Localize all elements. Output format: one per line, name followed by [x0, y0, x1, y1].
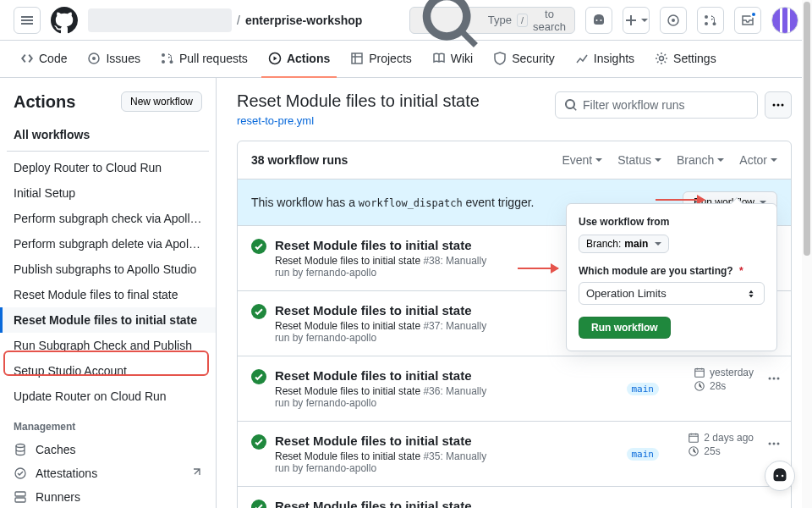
branch-selector-button[interactable]: Branch: main: [579, 235, 669, 253]
scrollbar-thumb[interactable]: [804, 2, 810, 256]
create-new-button[interactable]: [623, 7, 650, 34]
menu-icon: [20, 14, 34, 27]
success-check-icon: [251, 369, 266, 384]
copilot-fab-button[interactable]: [765, 461, 795, 491]
user-avatar-button[interactable]: [771, 7, 798, 34]
code-icon: [20, 52, 34, 65]
external-link-icon: [189, 467, 202, 480]
issues-global-button[interactable]: [660, 7, 687, 34]
divider: [7, 151, 209, 152]
plus-icon: [624, 14, 638, 27]
unread-indicator: [750, 11, 757, 18]
filter-runs-input[interactable]: Filter workflow runs: [555, 91, 758, 119]
workflow-input-label: Which module are you starting? *: [579, 265, 765, 277]
workflow-run-row[interactable]: Reset Module files to initial stateReset…: [238, 421, 791, 486]
runs-count: 38 workflow runs: [251, 153, 348, 167]
workflow-run-row[interactable]: Reset Module files to initial stateReset…: [238, 356, 791, 421]
issue-icon: [87, 52, 101, 65]
run-title[interactable]: Reset Module files to initial state: [275, 368, 618, 383]
sidebar-workflow-item[interactable]: Initial Setup: [0, 180, 216, 206]
kebab-icon: [771, 98, 785, 112]
workflow-dispatch-banner: This workflow has a workflow_dispatch ev…: [238, 179, 791, 225]
new-workflow-button[interactable]: New workflow: [121, 91, 202, 112]
workflow-file-link[interactable]: reset-to-pre.yml: [237, 114, 314, 127]
sidebar-workflow-item[interactable]: Perform subgraph check via Apollo …: [0, 206, 216, 231]
success-check-icon: [251, 500, 266, 508]
sidebar-attestations[interactable]: Attestations: [0, 461, 216, 485]
tab-code[interactable]: Code: [14, 41, 74, 78]
sidebar-caches[interactable]: Caches: [0, 438, 216, 461]
tab-actions[interactable]: Actions: [261, 41, 337, 78]
clock-icon: [688, 445, 700, 457]
annotation-arrow: [656, 199, 705, 201]
owner-redacted: [88, 8, 232, 32]
table-icon: [350, 52, 364, 65]
workflow-options-button[interactable]: [765, 91, 792, 119]
sidebar-workflow-item[interactable]: Reset Module files to final state: [0, 282, 216, 307]
sidebar-workflow-item[interactable]: Run Subgraph Check and Publish: [0, 333, 216, 358]
success-check-icon: [251, 434, 266, 450]
filter-branch[interactable]: Branch: [677, 153, 724, 167]
server-icon: [14, 490, 27, 504]
global-header: / enterprise-workshop Type / to search: [0, 0, 812, 41]
copilot-button[interactable]: [585, 7, 612, 34]
sidebar-workflow-item[interactable]: Update Router on Cloud Run: [0, 384, 216, 409]
notifications-button[interactable]: [734, 7, 761, 34]
branch-badge[interactable]: main: [627, 448, 660, 461]
tab-security[interactable]: Security: [486, 41, 562, 78]
sidebar-workflow-item[interactable]: Setup Studio Account: [0, 358, 216, 384]
pull-request-icon: [704, 14, 717, 27]
module-select[interactable]: Operation Limits: [579, 282, 765, 305]
success-check-icon: [251, 239, 266, 254]
tab-projects[interactable]: Projects: [343, 41, 419, 78]
pull-request-icon: [161, 52, 174, 65]
tab-issues[interactable]: Issues: [80, 41, 146, 78]
run-workflow-popover: Use workflow from Branch: main Which mod…: [566, 203, 777, 351]
run-options-button[interactable]: [767, 437, 781, 453]
run-title[interactable]: Reset Module files to initial state: [275, 499, 777, 508]
workflow-run-row[interactable]: Reset Module files to initial state: [238, 486, 791, 508]
chevron-down-icon: [655, 242, 661, 246]
gear-icon: [655, 52, 668, 65]
tab-wiki[interactable]: Wiki: [425, 41, 480, 78]
sidebar-workflow-item-selected[interactable]: Reset Module files to initial state: [0, 307, 216, 333]
run-options-button[interactable]: [767, 372, 781, 388]
kebab-icon: [767, 437, 781, 450]
annotation-arrow: [518, 268, 558, 269]
github-logo-link[interactable]: [51, 7, 78, 34]
filter-event[interactable]: Event: [562, 153, 602, 167]
sidebar-all-workflows[interactable]: All workflows: [0, 122, 216, 147]
sidebar-workflow-item[interactable]: Publish subgraphs to Apollo Studio: [0, 257, 216, 282]
chevron-down-icon: [595, 158, 602, 162]
success-check-icon: [251, 304, 266, 319]
filter-status[interactable]: Status: [617, 153, 661, 167]
graph-icon: [575, 52, 589, 65]
play-icon: [268, 52, 282, 65]
repo-tabs: Code Issues Pull requests Actions Projec…: [0, 41, 812, 78]
run-subtitle: Reset Module files to initial state #36:…: [275, 385, 503, 409]
tab-insights[interactable]: Insights: [568, 41, 641, 78]
sidebar-title: Actions: [14, 92, 75, 112]
shield-icon: [493, 52, 507, 65]
management-section-label: Management: [0, 409, 216, 438]
sidebar-workflow-item[interactable]: Perform subgraph delete via Apollo…: [0, 231, 216, 257]
repo-name-link[interactable]: enterprise-workshop: [245, 14, 362, 27]
global-search-input[interactable]: Type / to search: [409, 7, 575, 34]
popover-use-from-label: Use workflow from: [579, 216, 765, 228]
tab-pull-requests[interactable]: Pull requests: [154, 41, 255, 78]
branch-badge[interactable]: main: [627, 383, 660, 395]
filter-actor[interactable]: Actor: [739, 153, 777, 167]
book-icon: [432, 52, 446, 65]
page-scrollbar[interactable]: [802, 0, 812, 508]
run-subtitle: Reset Module files to initial state #35:…: [275, 450, 503, 474]
sidebar-workflow-item[interactable]: Deploy Router to Cloud Run: [0, 155, 216, 180]
page-title: Reset Module files to initial state: [237, 91, 480, 111]
hamburger-menu-button[interactable]: [14, 7, 41, 34]
run-subtitle: Reset Module files to initial state #37:…: [275, 320, 503, 344]
run-workflow-submit-button[interactable]: Run workflow: [579, 317, 671, 339]
run-title[interactable]: Reset Module files to initial state: [275, 433, 618, 448]
pull-requests-global-button[interactable]: [697, 7, 724, 34]
tab-settings[interactable]: Settings: [648, 41, 723, 78]
breadcrumb-separator: /: [237, 14, 240, 27]
sidebar-runners[interactable]: Runners: [0, 485, 216, 508]
